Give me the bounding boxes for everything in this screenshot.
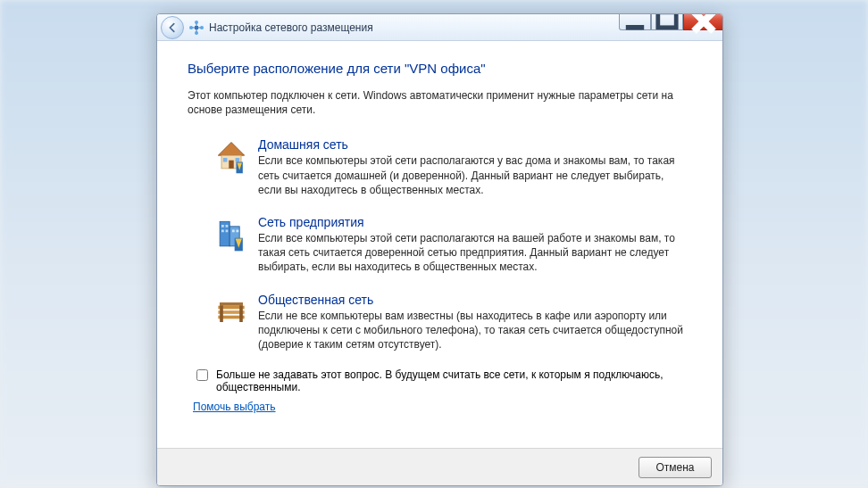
option-home-network[interactable]: Домашняя сеть Если все компьютеры этой с… (205, 129, 689, 207)
svg-rect-23 (232, 229, 235, 232)
svg-marker-11 (218, 143, 244, 156)
svg-rect-20 (226, 225, 229, 227)
dont-ask-label: Больше не задавать этот вопрос. В будуще… (216, 368, 687, 393)
option-home-title: Домашняя сеть (258, 137, 684, 152)
dialog-footer: Отмена (157, 448, 722, 485)
option-work-desc: Если все компьютеры этой сети располагаю… (258, 231, 684, 275)
maximize-button[interactable] (651, 13, 683, 30)
work-network-icon (210, 215, 253, 275)
option-public-title: Общественная сеть (258, 293, 684, 307)
dont-ask-row: Больше не задавать этот вопрос. В будуще… (193, 368, 687, 393)
window-controls (619, 13, 723, 30)
network-location-dialog: Настройка сетевого размещения Выберите р… (156, 13, 723, 486)
svg-point-6 (195, 21, 198, 24)
svg-rect-24 (237, 229, 239, 232)
svg-rect-15 (223, 158, 228, 162)
cancel-button[interactable]: Отмена (638, 457, 712, 478)
option-public-desc: Если не все компьютеры вам известны (вы … (258, 309, 684, 352)
svg-rect-21 (221, 229, 224, 232)
intro-text: Этот компьютер подключен к сети. Windows… (188, 88, 692, 117)
back-button[interactable] (161, 16, 184, 39)
option-home-desc: Если все компьютеры этой сети располагаю… (258, 153, 684, 197)
minimize-button[interactable] (619, 13, 651, 30)
page-heading: Выберите расположение для сети "VPN офис… (188, 61, 692, 76)
svg-point-9 (195, 31, 198, 35)
svg-rect-1 (658, 13, 676, 27)
network-icon (189, 21, 204, 35)
option-work-network[interactable]: Сеть предприятия Если все компьютеры это… (205, 207, 689, 285)
svg-rect-30 (220, 302, 243, 306)
option-work-title: Сеть предприятия (258, 215, 684, 229)
svg-rect-22 (226, 229, 229, 232)
help-link[interactable]: Помочь выбрать (193, 401, 276, 413)
option-public-network[interactable]: Общественная сеть Если не все компьютеры… (205, 285, 689, 362)
home-network-icon (210, 137, 253, 197)
dont-ask-checkbox[interactable] (196, 369, 208, 381)
public-network-icon (210, 293, 253, 352)
svg-rect-16 (236, 158, 240, 162)
svg-point-7 (189, 26, 193, 29)
svg-point-8 (200, 26, 204, 29)
svg-rect-10 (195, 26, 198, 29)
svg-rect-14 (229, 161, 234, 169)
svg-rect-17 (220, 221, 230, 246)
dialog-content: Выберите расположение для сети "VPN офис… (157, 41, 722, 422)
close-button[interactable] (683, 13, 723, 30)
svg-rect-19 (221, 225, 224, 227)
